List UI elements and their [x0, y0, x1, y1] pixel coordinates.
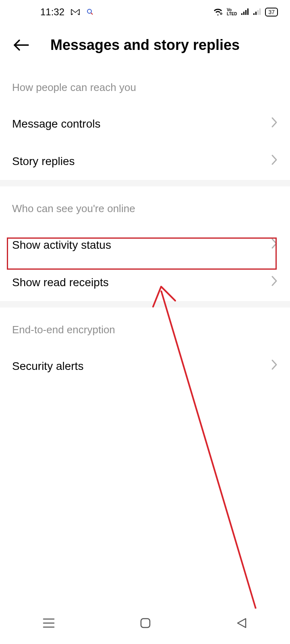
item-story-replies[interactable]: Story replies	[0, 142, 290, 180]
wifi-icon	[213, 6, 223, 18]
svg-point-3	[221, 13, 221, 14]
svg-rect-7	[247, 8, 249, 15]
signal-icon-2	[253, 6, 261, 18]
svg-point-0	[87, 9, 91, 13]
section-header-reach: How people can reach you	[0, 70, 290, 105]
svg-line-1	[91, 13, 93, 14]
divider	[0, 301, 290, 308]
chevron-right-icon	[271, 275, 278, 290]
app-icon	[86, 6, 93, 18]
status-bar: 11:32 Vo LTED 37	[0, 0, 290, 24]
chevron-right-icon	[271, 237, 278, 252]
svg-rect-11	[259, 8, 261, 15]
svg-rect-4	[241, 13, 242, 15]
item-label: Security alerts	[12, 360, 83, 373]
svg-rect-5	[243, 12, 244, 15]
section-header-online: Who can see you're online	[0, 186, 290, 226]
item-read-receipts[interactable]: Show read receipts	[0, 264, 290, 301]
item-message-controls[interactable]: Message controls	[0, 105, 290, 142]
nav-home-icon[interactable]	[140, 617, 151, 630]
svg-rect-9	[255, 12, 257, 15]
item-label: Show activity status	[12, 239, 111, 252]
status-time: 11:32	[40, 6, 64, 18]
chevron-right-icon	[271, 154, 278, 169]
signal-icon-1	[241, 6, 249, 18]
page-header: Messages and story replies	[0, 24, 290, 70]
svg-rect-17	[141, 619, 150, 627]
soft-nav-bar	[0, 612, 290, 636]
item-label: Show read receipts	[12, 276, 109, 289]
divider	[0, 180, 290, 186]
gmail-icon	[71, 6, 80, 18]
svg-rect-8	[253, 13, 255, 15]
status-right: Vo LTED 37	[213, 6, 278, 18]
battery-icon: 37	[265, 8, 278, 17]
section-header-encryption: End-to-end encryption	[0, 308, 290, 347]
nav-recent-icon[interactable]	[43, 618, 55, 630]
item-label: Message controls	[12, 118, 100, 130]
chevron-right-icon	[271, 116, 278, 131]
svg-marker-18	[238, 619, 246, 627]
nav-back-icon[interactable]	[236, 617, 247, 630]
page-title: Messages and story replies	[12, 37, 278, 54]
item-security-alerts[interactable]: Security alerts	[0, 347, 290, 385]
svg-rect-10	[257, 10, 259, 15]
volte-icon: Vo LTED	[227, 8, 237, 16]
svg-rect-6	[245, 10, 246, 15]
chevron-right-icon	[271, 359, 278, 374]
item-label: Story replies	[12, 155, 75, 168]
status-left: 11:32	[12, 6, 93, 18]
item-activity-status[interactable]: Show activity status	[0, 226, 290, 264]
